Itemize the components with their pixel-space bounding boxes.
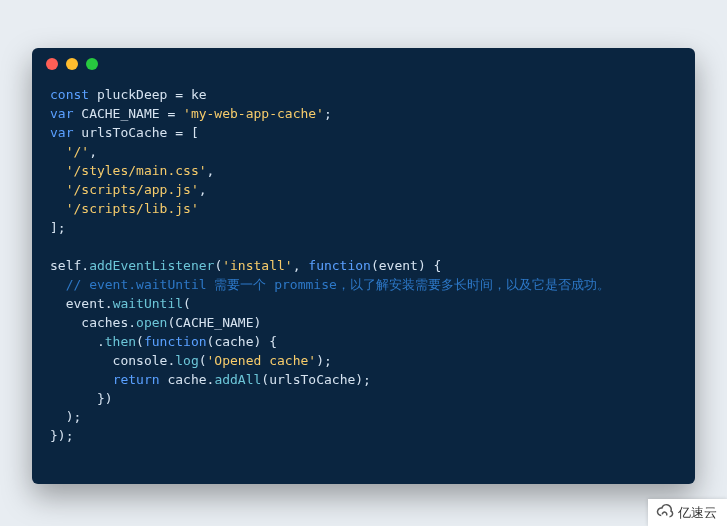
code-text: , <box>89 144 97 159</box>
function-call: open <box>136 315 167 330</box>
close-icon[interactable] <box>46 58 58 70</box>
string-literal: '/scripts/app.js' <box>66 182 199 197</box>
code-text: urlsToCache = [ <box>73 125 198 140</box>
keyword-var: var <box>50 106 73 121</box>
string-literal: '/styles/main.css' <box>66 163 207 178</box>
function-call: log <box>175 353 198 368</box>
code-editor-window: const pluckDeep = ke var CACHE_NAME = 'm… <box>32 48 695 484</box>
code-text: . <box>50 334 105 349</box>
function-call: then <box>105 334 136 349</box>
code-text: ]; <box>50 220 66 235</box>
function-call: addEventListener <box>89 258 214 273</box>
watermark-text: 亿速云 <box>678 504 717 522</box>
code-text: , <box>199 182 207 197</box>
code-text: ; <box>324 106 332 121</box>
code-text: ( <box>183 296 191 311</box>
code-text: , <box>207 163 215 178</box>
minimize-icon[interactable] <box>66 58 78 70</box>
code-text: CACHE_NAME = <box>73 106 183 121</box>
string-literal: 'my-web-app-cache' <box>183 106 324 121</box>
code-text: event. <box>50 296 113 311</box>
code-text: (urlsToCache); <box>261 372 371 387</box>
code-text: pluckDeep = ke <box>89 87 206 102</box>
zoom-icon[interactable] <box>86 58 98 70</box>
keyword-return: return <box>113 372 160 387</box>
code-text: (cache) { <box>207 334 277 349</box>
code-text: (event) { <box>371 258 441 273</box>
watermark-badge: 亿速云 <box>648 499 727 526</box>
string-literal: 'install' <box>222 258 292 273</box>
keyword-function: function <box>144 334 207 349</box>
string-literal: '/scripts/lib.js' <box>66 201 199 216</box>
code-text: caches. <box>50 315 136 330</box>
window-titlebar <box>32 48 695 80</box>
string-literal: '/' <box>66 144 89 159</box>
keyword-const: const <box>50 87 89 102</box>
code-text: (CACHE_NAME) <box>167 315 261 330</box>
keyword-var: var <box>50 125 73 140</box>
cloud-icon <box>656 502 674 523</box>
code-text: , <box>293 258 309 273</box>
function-call: waitUntil <box>113 296 183 311</box>
code-text: ( <box>136 334 144 349</box>
code-text: cache. <box>160 372 215 387</box>
code-text: }) <box>50 391 113 406</box>
comment: // event.waitUntil 需要一个 prommise，以了解安装需要… <box>66 277 610 292</box>
code-text: ( <box>199 353 207 368</box>
code-text: }); <box>50 428 73 443</box>
function-call: addAll <box>214 372 261 387</box>
code-text: ); <box>316 353 332 368</box>
code-area: const pluckDeep = ke var CACHE_NAME = 'm… <box>32 80 695 484</box>
keyword-function: function <box>308 258 371 273</box>
code-text: self. <box>50 258 89 273</box>
code-text: ); <box>50 409 81 424</box>
code-text: console. <box>50 353 175 368</box>
string-literal: 'Opened cache' <box>207 353 317 368</box>
